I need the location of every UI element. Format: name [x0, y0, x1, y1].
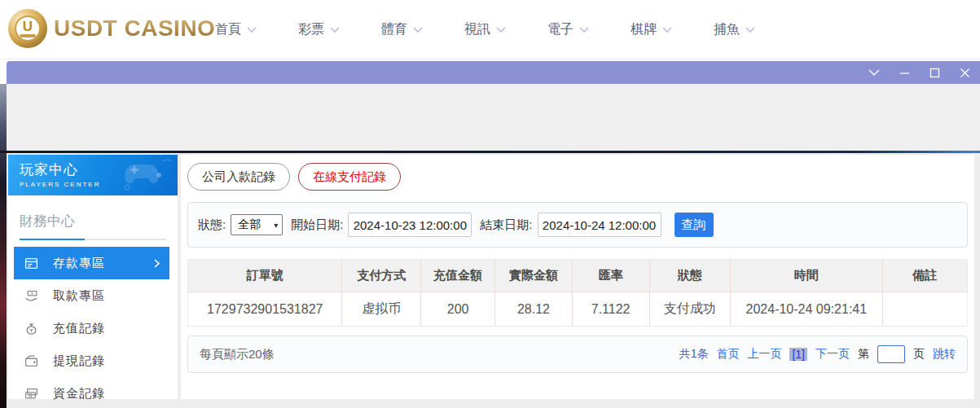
col-remarks: 備註	[882, 260, 967, 292]
chevron-down-icon	[330, 27, 340, 33]
gamepad-icon	[119, 158, 173, 192]
main-area: 玩家中心 PLAYERS CENTER 財務中心 存款專區	[7, 153, 980, 408]
col-recharge-amount: 充值金額	[421, 260, 495, 292]
cell-actual-amount: 28.12	[495, 292, 573, 327]
jump-button[interactable]: 跳转	[933, 347, 956, 362]
chevron-down-icon	[745, 27, 755, 33]
col-time: 時間	[731, 260, 883, 292]
col-exchange-rate: 匯率	[572, 260, 649, 292]
start-date-input[interactable]	[348, 213, 472, 237]
chevron-down-icon	[247, 27, 257, 33]
cell-payment-method: 虚拟币	[342, 292, 421, 327]
nav-item-cards[interactable]: 棋牌	[631, 21, 672, 38]
tab-online-payment-records[interactable]: 在線支付記錄	[298, 163, 401, 191]
col-payment-method: 支付方式	[342, 260, 421, 292]
jump-prefix-label: 第	[858, 347, 869, 362]
players-center-header: 玩家中心 PLAYERS CENTER	[8, 155, 178, 195]
content-panel: 公司入款記錄 在線支付記錄 狀態: 全部 ▾ 開始日期: 結束日期: 查詢	[181, 155, 974, 399]
chevron-down-icon	[413, 27, 423, 33]
col-status: 狀態	[649, 260, 731, 292]
sidebar-item-label: 資金記錄	[53, 386, 105, 401]
nav-label: 首頁	[215, 21, 241, 38]
background-image-strip	[0, 84, 7, 408]
sidebar-item-label: 取款專區	[53, 288, 105, 304]
withdraw-icon	[24, 289, 38, 303]
nav-label: 電子	[547, 21, 573, 38]
cell-time: 2024-10-24 09:21:41	[731, 292, 883, 327]
cell-recharge-amount: 200	[421, 292, 495, 327]
withdrawal-record-icon	[24, 354, 38, 368]
maximize-icon[interactable]	[929, 67, 940, 78]
coin-letter: U	[23, 20, 33, 33]
jump-page-input[interactable]	[877, 345, 905, 363]
total-count-text: 共1条	[679, 347, 709, 362]
current-page-indicator: [1]	[789, 348, 807, 361]
coin-logo-icon: U	[8, 9, 47, 48]
finance-center-heading: 財務中心	[8, 195, 178, 230]
sidebar: 玩家中心 PLAYERS CENTER 財務中心 存款專區	[8, 155, 178, 399]
chevron-down-icon: ▾	[274, 221, 278, 230]
next-page-link[interactable]: 下一页	[815, 347, 850, 362]
jump-suffix-label: 页	[913, 347, 925, 362]
brand-logo[interactable]: U USDT CASINO	[8, 9, 215, 48]
end-date-label: 結束日期:	[480, 217, 532, 233]
search-button[interactable]: 查詢	[675, 213, 714, 237]
nav-item-lottery[interactable]: 彩票	[298, 21, 340, 38]
record-tabs: 公司入款記錄 在線支付記錄	[187, 163, 401, 191]
nav-item-sports[interactable]: 體育	[381, 21, 423, 38]
close-icon[interactable]	[959, 67, 970, 78]
cell-order-number: 1729732901531827	[188, 292, 342, 327]
nav-item-live[interactable]: 視訊	[464, 21, 506, 38]
sidebar-item-label: 提現記錄	[53, 353, 105, 369]
records-table: 訂單號 支付方式 充值金額 實際金額 匯率 狀態 時間 備註 172973290…	[187, 259, 968, 327]
pager: 共1条 首页 上一页 [1] 下一页 第 页 跳转	[679, 345, 956, 363]
chevron-down-icon	[579, 27, 589, 33]
page-size-text: 每頁顯示20條	[200, 347, 275, 362]
nav-label: 棋牌	[631, 21, 657, 38]
prev-page-link[interactable]: 上一页	[747, 347, 781, 362]
site-header: U USDT CASINO 首頁 彩票 體育 視訊	[0, 0, 980, 59]
pagination-bar: 每頁顯示20條 共1条 首页 上一页 [1] 下一页 第 页 跳转	[187, 336, 968, 373]
coin-band	[20, 34, 36, 37]
window-titlebar[interactable]	[7, 61, 980, 84]
col-order-number: 訂單號	[188, 260, 342, 292]
sidebar-item-deposit-zone[interactable]: 存款專區	[14, 247, 169, 279]
chevron-right-icon	[154, 259, 160, 268]
funds-record-icon	[24, 387, 38, 401]
section-underline	[20, 239, 166, 240]
status-select[interactable]: 全部 ▾	[231, 214, 283, 235]
status-select-value: 全部	[238, 217, 261, 232]
sidebar-item-label: 存款專區	[53, 256, 105, 271]
nav-item-fishing[interactable]: 捕魚	[714, 21, 755, 38]
brand-wordmark: USDT CASINO	[54, 15, 215, 42]
cell-status: 支付成功	[649, 292, 731, 327]
first-page-link[interactable]: 首页	[716, 347, 739, 362]
app-window: U USDT CASINO 首頁 彩票 體育 視訊	[0, 0, 980, 408]
nav-label: 捕魚	[714, 21, 740, 38]
tab-company-deposit-records[interactable]: 公司入款記錄	[187, 163, 290, 191]
filter-bar: 狀態: 全部 ▾ 開始日期: 結束日期: 查詢	[187, 202, 968, 248]
main-nav: 首頁 彩票 體育 視訊 電子 棋牌	[215, 0, 755, 59]
cell-remarks	[882, 292, 967, 327]
status-label: 狀態:	[198, 217, 226, 233]
sidebar-item-recharge-records[interactable]: 充值記錄	[8, 312, 178, 344]
end-date-input[interactable]	[538, 213, 661, 237]
nav-label: 彩票	[298, 21, 324, 38]
col-actual-amount: 實際金額	[495, 260, 573, 292]
chevron-down-icon	[662, 27, 672, 33]
sidebar-item-withdrawal-records[interactable]: 提現記錄	[8, 344, 178, 377]
chevron-down-icon	[496, 27, 506, 33]
minimize-icon[interactable]	[899, 67, 910, 78]
recharge-record-icon	[24, 322, 38, 336]
table-header-row: 訂單號 支付方式 充值金額 實際金額 匯率 狀態 時間 備註	[188, 260, 968, 292]
chevron-down-icon[interactable]	[868, 67, 880, 78]
nav-item-slots[interactable]: 電子	[547, 21, 589, 38]
nav-item-home[interactable]: 首頁	[215, 21, 257, 38]
deposit-icon	[24, 257, 38, 270]
sidebar-item-label: 充值記錄	[53, 321, 105, 336]
nav-label: 體育	[381, 21, 407, 38]
sidebar-menu: 存款專區 取款專區 充值記錄 提現記錄 資金記錄	[8, 247, 178, 408]
sidebar-item-funds-records[interactable]: 資金記錄	[8, 377, 178, 408]
nav-label: 視訊	[464, 21, 490, 38]
sidebar-item-withdraw-zone[interactable]: 取款專區	[8, 279, 178, 312]
